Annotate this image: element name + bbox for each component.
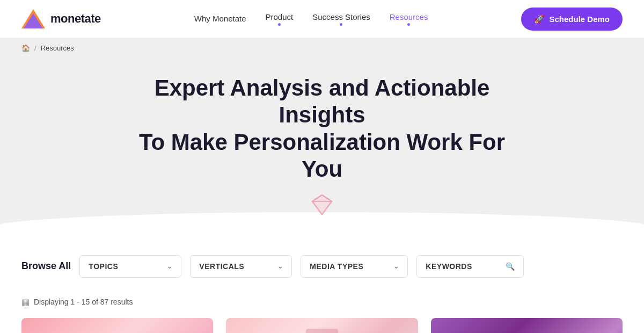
media-types-dropdown[interactable]: MEDIA TYPES ⌄ [301,255,408,278]
verticals-chevron-icon: ⌄ [277,263,283,270]
cards-grid [21,318,623,333]
browse-all-label: Browse All [21,260,71,272]
filter-bar: Browse All TOPICS ⌄ VERTICALS ⌄ MEDIA TY… [21,255,623,278]
nav-item-product[interactable]: Product [266,12,294,26]
verticals-label: VERTICALS [199,262,244,271]
schedule-demo-label: Schedule Demo [549,15,610,24]
hero-section: Expert Analysis and Actionable Insights … [0,59,644,218]
media-types-label: MEDIA TYPES [310,262,363,271]
card-3[interactable] [431,318,623,333]
topics-chevron-icon: ⌄ [167,263,173,270]
monetate-logo-icon [21,9,45,28]
nav-item-why[interactable]: Why Monetate [194,14,246,24]
breadcrumb: 🏠 / Resources [0,38,644,59]
rocket-icon: 🚀 [534,14,545,24]
results-count: ▦ Displaying 1 - 15 of 87 results [21,297,623,307]
card-1-image [21,318,213,333]
card-1[interactable] [21,318,213,333]
svg-marker-3 [312,195,332,214]
schedule-demo-button[interactable]: 🚀 Schedule Demo [521,8,623,31]
diamond-icon [311,194,333,215]
results-display-text: Displaying 1 - 15 of 87 results [34,298,133,306]
topics-label: TOPICS [89,262,118,271]
nav-link-product[interactable]: Product [266,12,294,26]
navbar: monetate Why Monetate Product Success St… [0,0,644,38]
nav-link-why[interactable]: Why Monetate [194,14,246,23]
hero-heading: Expert Analysis and Actionable Insights … [118,75,526,183]
keywords-dropdown[interactable]: KEYWORDS 🔍 [416,255,524,278]
logo-text: monetate [50,12,101,26]
nav-item-success[interactable]: Success Stories [312,12,370,26]
nav-link-resources[interactable]: Resources [390,12,428,26]
hero-heading-line2: To Make Personalization Work For You [139,129,505,182]
verticals-dropdown[interactable]: VERTICALS ⌄ [190,255,292,278]
nav-links: Why Monetate Product Success Stories Res… [194,12,428,26]
breadcrumb-current: Resources [41,44,74,52]
card-2-image [226,318,418,333]
hero-heading-line1: Expert Analysis and Actionable Insights [155,75,490,127]
filter-section: Browse All TOPICS ⌄ VERTICALS ⌄ MEDIA TY… [0,255,644,288]
wave-divider [0,212,644,255]
keywords-search-icon: 🔍 [506,262,515,271]
nav-link-success[interactable]: Success Stories [312,12,370,26]
card-2[interactable] [226,318,418,333]
grid-icon: ▦ [21,297,30,307]
breadcrumb-separator: / [34,44,36,52]
diamond-decoration [21,194,623,218]
nav-item-resources[interactable]: Resources [390,12,428,26]
home-icon[interactable]: 🏠 [21,44,30,52]
logo[interactable]: monetate [21,9,101,28]
topics-dropdown[interactable]: TOPICS ⌄ [79,255,181,278]
card-3-image [431,318,623,333]
media-types-chevron-icon: ⌄ [393,263,399,270]
results-section: ▦ Displaying 1 - 15 of 87 results [0,288,644,333]
keywords-label: KEYWORDS [426,262,472,271]
